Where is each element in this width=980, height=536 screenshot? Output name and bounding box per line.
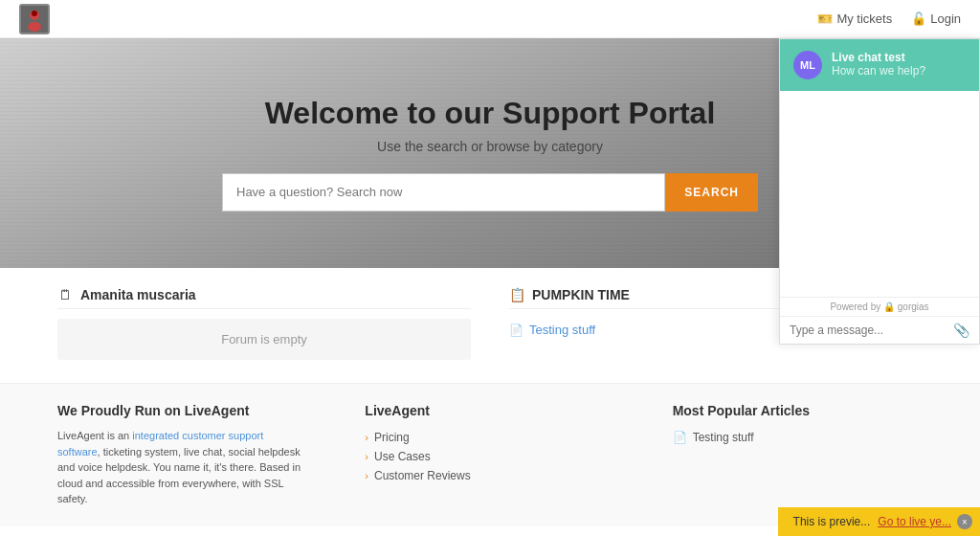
preview-banner: This is previe... Go to live ye... × — [778, 507, 980, 536]
footer-popular: Most Popular Articles 📄 Testing stuff — [673, 403, 923, 507]
ticket-icon: 🎫 — [817, 11, 833, 26]
login-label: Login — [930, 11, 961, 26]
article-icon: 📄 — [509, 324, 523, 337]
arrow-icon-reviews: › — [365, 470, 368, 481]
category-amanita-header: 🗒 Amanita muscaria — [57, 287, 471, 309]
footer-link-usecases-label: Use Cases — [374, 450, 431, 463]
chat-powered: Powered by 🔒 gorgias — [780, 297, 979, 316]
logo-image — [19, 4, 50, 34]
footer-brand-text: LiveAgent is an — [57, 430, 132, 441]
footer-link-reviews-label: Customer Reviews — [374, 469, 471, 482]
my-tickets-link[interactable]: 🎫 My tickets — [817, 11, 892, 26]
category-amanita: 🗒 Amanita muscaria Forum is empty — [57, 287, 471, 364]
category-pumpkin-title: PUMPKIN TIME — [532, 287, 630, 302]
footer-link-pricing-label: Pricing — [374, 431, 410, 444]
preview-link[interactable]: Go to live ye... — [878, 515, 951, 528]
footer-liveagent: LiveAgent › Pricing › Use Cases › Custom… — [365, 403, 614, 507]
footer-brand-heading: We Proudly Run on LiveAgent — [57, 403, 307, 418]
chat-header: ML Live chat test How can we help? — [780, 39, 979, 91]
chat-input-row: 📎 — [780, 316, 979, 344]
footer: We Proudly Run on LiveAgent LiveAgent is… — [0, 383, 980, 526]
my-tickets-label: My tickets — [836, 11, 892, 26]
footer-brand-body: LiveAgent is an integrated customer supp… — [57, 428, 307, 507]
footer-link-usecases[interactable]: › Use Cases — [365, 447, 614, 466]
header-nav: 🎫 My tickets 🔓 Login — [817, 11, 961, 26]
footer-popular-article[interactable]: 📄 Testing stuff — [673, 428, 923, 447]
popular-article-label: Testing stuff — [693, 431, 754, 444]
preview-close-button[interactable]: × — [957, 514, 972, 529]
footer-link-pricing[interactable]: › Pricing — [365, 428, 614, 447]
svg-point-2 — [28, 22, 41, 32]
footer-liveagent-heading: LiveAgent — [365, 403, 614, 418]
search-bar: SEARCH — [222, 173, 758, 212]
search-input[interactable] — [222, 173, 665, 212]
live-chat-widget: ML Live chat test How can we help? Power… — [779, 38, 980, 345]
chat-header-text: Live chat test How can we help? — [832, 51, 966, 78]
chat-body — [780, 91, 979, 297]
login-link[interactable]: 🔓 Login — [911, 11, 961, 26]
footer-popular-heading: Most Popular Articles — [673, 403, 923, 418]
chat-avatar: ML — [793, 51, 822, 79]
header: 🎫 My tickets 🔓 Login — [0, 0, 980, 38]
login-icon: 🔓 — [911, 11, 926, 26]
attach-icon[interactable]: 📎 — [953, 323, 969, 338]
chat-title: Live chat test — [832, 51, 966, 64]
logo-icon — [21, 6, 48, 33]
category-amanita-title: Amanita muscaria — [80, 287, 196, 302]
category-pumpkin-icon: 📋 — [509, 287, 524, 302]
category-amanita-empty: Forum is empty — [57, 319, 471, 360]
arrow-icon-pricing: › — [365, 432, 368, 443]
search-button[interactable]: SEARCH — [665, 173, 758, 212]
chat-input[interactable] — [790, 324, 947, 337]
powered-by-label: Powered by — [830, 302, 880, 312]
forum-icon: 🗒 — [57, 287, 73, 302]
svg-point-3 — [32, 11, 37, 16]
powered-by-company: 🔒 gorgias — [883, 302, 929, 312]
preview-text: This is previe... — [793, 515, 871, 528]
chat-avatar-initials: ML — [800, 59, 815, 71]
footer-link-reviews[interactable]: › Customer Reviews — [365, 466, 614, 485]
popular-article-icon: 📄 — [673, 431, 687, 444]
arrow-icon-usecases: › — [365, 451, 368, 462]
logo — [19, 4, 50, 34]
chat-subtitle: How can we help? — [832, 64, 966, 78]
footer-brand: We Proudly Run on LiveAgent LiveAgent is… — [57, 403, 307, 507]
article-label: Testing stuff — [529, 323, 595, 337]
